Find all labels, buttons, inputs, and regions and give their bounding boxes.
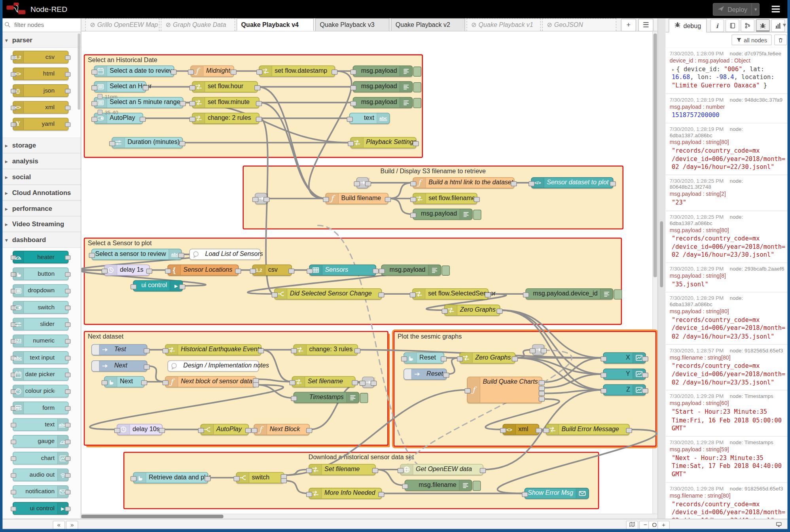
output-port[interactable] [253,382,259,387]
node-select-a-sensor-to-review[interactable]: abcSelect a sensor to review [91,249,182,260]
debug-toggle-button[interactable] [442,265,450,276]
node-delay-10s[interactable]: delay 10s [117,424,163,435]
node-msg-payload-device-id[interactable]: msg.payload.device_id [525,288,613,299]
palette-node-form[interactable]: form [12,401,68,414]
output-port[interactable] [258,348,264,353]
output-port[interactable] [143,85,149,91]
palette-node-json[interactable]: {} json [12,84,68,97]
node-timestamps[interactable]: Timestamps [294,392,360,403]
palette-node-text-input[interactable]: abc text input [12,351,68,364]
inject-button[interactable] [92,345,99,355]
input-port[interactable] [109,141,115,146]
debug-message[interactable]: 7/30/2020, 1:28:19 PMnode: 6dba1387.a086… [666,123,790,176]
palette-node-date-picker[interactable]: date picker [12,368,68,381]
debug-message[interactable]: 7/30/2020, 1:28:57 PMnode: 9182565d.65ef… [666,345,790,390]
output-port[interactable] [642,356,648,362]
palette-category-social[interactable]: ▸social [0,169,81,185]
input-port[interactable] [256,70,262,75]
debug-message[interactable]: 7/30/2020, 1:29:28 PMnode: Timestamps ms… [666,437,790,483]
palette-scrollbar[interactable] [78,34,80,110]
debug-toggle-button[interactable] [413,98,422,108]
debug-toggle-button[interactable] [413,66,422,77]
node-design-implementation-notes[interactable]: Design / Implementation notes [168,360,259,371]
debug-message[interactable]: 7/30/2020, 1:28:09 PMnode: d7c975fa.fe6e… [666,48,790,94]
node-msg-payload[interactable]: msg.payload [381,265,441,276]
input-port[interactable] [89,253,95,258]
input-port[interactable] [189,117,195,122]
node-next[interactable]: Next [91,360,147,371]
debug-message[interactable]: 7/30/2020, 1:29:28 PMnode: 9182565d.65ef… [666,483,790,519]
output-port[interactable] [179,284,185,290]
output-port[interactable] [306,428,312,433]
input-port[interactable] [360,381,366,386]
debug-message[interactable]: 7/30/2020, 1:28:29 PMnode: 293bcafb.2aae… [666,263,790,293]
input-port[interactable] [348,141,354,146]
node-build-filename[interactable]: ƒBuild filename [326,193,388,204]
input-port[interactable] [350,85,356,91]
palette-node-heater[interactable]: heater [12,251,68,263]
palette-node-ui-control[interactable]: ► ui control [12,502,68,515]
palette-category-storage[interactable]: ▸storage [0,138,81,153]
canvas-horizontal-scrollbar[interactable] [81,514,657,519]
node-next[interactable]: Next [104,376,145,387]
output-port[interactable] [539,396,545,401]
input-port[interactable] [543,428,549,433]
debug-toggle-button[interactable] [413,82,422,93]
input-port[interactable] [189,85,195,91]
input-port[interactable] [290,380,296,385]
node-duration-minutes[interactable]: Duration (minutes) [112,137,183,148]
palette-node-yaml[interactable]: Y yaml [12,118,68,131]
tab-quake-playback-v3[interactable]: Quake Playback v3 [315,18,389,31]
output-port[interactable] [371,381,377,386]
inject-button[interactable] [404,369,412,379]
output-port[interactable] [178,253,184,258]
output-port[interactable] [642,373,648,378]
output-port[interactable] [354,348,360,353]
input-port[interactable] [165,269,171,274]
node-build-error-message[interactable]: Build Error Message [546,424,630,435]
palette-prev-button[interactable]: « [53,521,65,530]
sidebar-menu-caret-icon[interactable]: ▾ [783,21,786,28]
output-port[interactable] [256,101,262,106]
input-port[interactable] [398,468,404,473]
node-set-flow-selectedsensor[interactable]: set flow.SelectedSensor [412,288,489,299]
deploy-options-caret-icon[interactable]: ▾ [754,7,757,12]
debug-message[interactable]: 7/30/2020, 1:28:19 PMnode: 948dc38c.37fa… [666,94,790,123]
debug-toggle-button[interactable] [473,481,481,491]
palette-node-notification[interactable]: notification [12,485,68,498]
palette-node-gauge[interactable]: gauge [12,435,68,448]
node-playback-settings[interactable]: Playback Settings [350,137,417,148]
input-port[interactable] [163,380,169,385]
tab-debug[interactable]: debug [669,19,707,33]
tab-graph-quake-data[interactable]: ⊘Graph Quake Data [161,18,235,31]
node-next-block[interactable]: ƒNext Block [254,424,310,435]
input-port[interactable] [402,484,408,489]
node-y[interactable]: Y [603,369,646,380]
node-build-quake-charts[interactable]: ƒBuild Quake Charts [467,377,542,403]
node-reset[interactable]: Reset [404,369,447,380]
node-csv[interactable]: 1,2csv [252,265,292,276]
output-port[interactable] [281,478,287,483]
input-port[interactable] [410,213,416,218]
node-ui-control[interactable]: ►ui control [133,280,183,291]
tab-grillo-openeew-map[interactable]: ⊘Grillo OpenEEW Map [85,18,159,31]
node-msg-filename[interactable]: msg.filename [405,480,472,491]
deploy-button[interactable]: Deploy ▾ [713,3,760,16]
node-sensor-dataset-to-plot[interactable]: </>Sensor dataset to plot [531,177,613,188]
node-did-selected-sensor-change[interactable]: Did Selected Sensor Change [274,288,382,299]
main-menu-button[interactable] [771,5,781,13]
node-get-openeew-data[interactable]: Get OpenEEW data [400,464,483,475]
output-port[interactable] [474,197,479,202]
input-port[interactable] [131,476,136,481]
output-port[interactable] [541,348,547,353]
input-port[interactable] [114,428,120,433]
debug-toggle-button[interactable] [360,393,368,403]
output-port[interactable] [539,391,545,396]
node-historical-earthquake-events[interactable]: Historical Earthquake Events [165,344,261,355]
palette-node-dropdown[interactable]: dropdown [12,284,68,297]
palette-next-button[interactable]: » [66,521,78,530]
node-zero-graphs[interactable]: Zero Graphs [444,305,500,316]
input-port[interactable] [91,85,97,91]
node-select-a-date-to-review[interactable]: Select a date to review [94,66,174,77]
sidebar-info-button[interactable]: i [710,19,724,32]
